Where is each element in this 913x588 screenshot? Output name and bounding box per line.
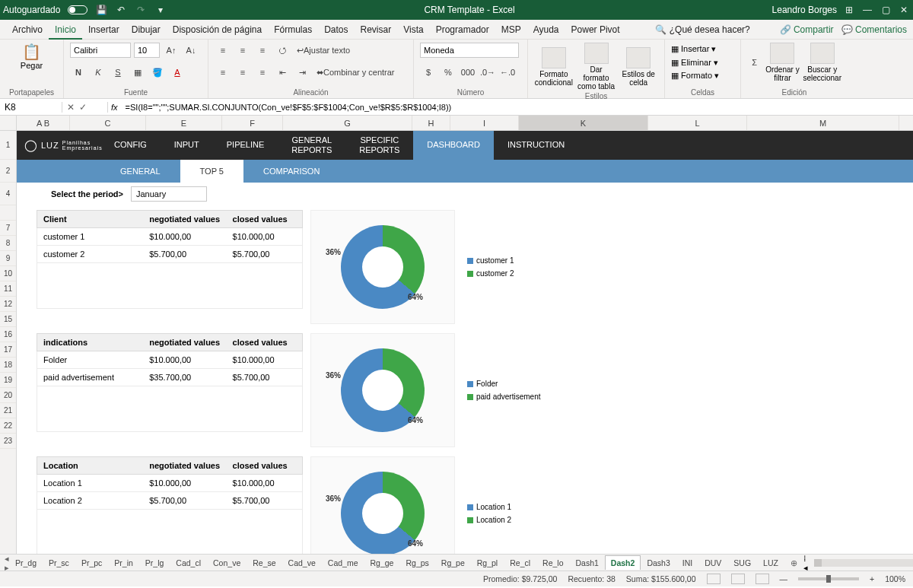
customize-qat-icon[interactable]: ▾ bbox=[154, 4, 167, 16]
ribbon-display-icon[interactable]: ⊞ bbox=[843, 4, 855, 16]
menu-tab-ayuda[interactable]: Ayuda bbox=[527, 21, 565, 38]
column-header[interactable]: C bbox=[70, 116, 146, 130]
sheet-tab-cad_me[interactable]: Cad_me bbox=[322, 555, 364, 570]
menu-tab-datos[interactable]: Datos bbox=[318, 21, 354, 38]
menu-tab-vista[interactable]: Vista bbox=[397, 21, 429, 38]
dash-nav-instruction[interactable]: INSTRUCTION bbox=[494, 131, 578, 160]
tell-me-search[interactable]: 🔍 ¿Qué desea hacer? bbox=[655, 24, 749, 35]
sheet-tab-pr_sc[interactable]: Pr_sc bbox=[43, 555, 75, 570]
orientation-icon[interactable]: ⭯ bbox=[274, 43, 291, 58]
sort-filter-button[interactable]: Ordenar y filtrar bbox=[765, 43, 800, 82]
row-header[interactable]: 15 bbox=[0, 312, 16, 327]
column-header[interactable]: L bbox=[648, 116, 747, 130]
column-header[interactable]: M bbox=[747, 116, 899, 130]
find-select-button[interactable]: Buscar y seleccionar bbox=[803, 43, 841, 82]
menu-tab-disposición-de-página[interactable]: Disposición de página bbox=[167, 21, 268, 38]
decrease-indent-icon[interactable]: ⇤ bbox=[274, 65, 291, 80]
sheet-tab-pr_in[interactable]: Pr_in bbox=[108, 555, 139, 570]
row-header[interactable]: 9 bbox=[0, 251, 16, 266]
menu-tab-dibujar[interactable]: Dibujar bbox=[126, 21, 167, 38]
row-header[interactable]: 21 bbox=[0, 403, 16, 418]
font-color-button[interactable]: A bbox=[169, 65, 186, 80]
zoom-slider[interactable] bbox=[798, 577, 859, 580]
new-sheet-button[interactable]: ⊕ bbox=[784, 558, 803, 567]
font-name-select[interactable] bbox=[70, 43, 131, 58]
row-header[interactable]: 11 bbox=[0, 281, 16, 297]
row-header[interactable]: 7 bbox=[0, 221, 16, 236]
percent-icon[interactable]: % bbox=[440, 65, 456, 80]
tab-scroll-left-icon[interactable]: ⁞ ◂ bbox=[803, 554, 813, 572]
row-header[interactable]: 2 bbox=[0, 160, 16, 183]
menu-tab-programador[interactable]: Programador bbox=[430, 21, 495, 38]
font-size-select[interactable] bbox=[134, 43, 160, 58]
row-header[interactable]: 23 bbox=[0, 434, 16, 449]
sheet-tab-pr_dg[interactable]: Pr_dg bbox=[9, 555, 43, 570]
page-layout-view-icon[interactable] bbox=[731, 574, 745, 584]
dash-nav-specific-reports[interactable]: SPECIFICREPORTS bbox=[345, 131, 413, 160]
undo-icon[interactable]: ↶ bbox=[115, 4, 127, 16]
subnav-comparison[interactable]: COMPARISON bbox=[243, 160, 339, 183]
sheet-tab-pr_pc[interactable]: Pr_pc bbox=[75, 555, 108, 570]
zoom-out-icon[interactable]: — bbox=[780, 574, 788, 583]
align-top-icon[interactable]: ≡ bbox=[215, 43, 231, 58]
number-format-select[interactable] bbox=[420, 43, 519, 58]
decrease-font-icon[interactable]: A↓ bbox=[183, 43, 199, 58]
row-header[interactable]: 22 bbox=[0, 418, 16, 434]
sheet-tab-rg_ps[interactable]: Rg_ps bbox=[399, 555, 434, 570]
conditional-format-button[interactable]: Formato condicional bbox=[534, 47, 574, 87]
format-as-table-button[interactable]: Dar formato como tabla bbox=[577, 43, 616, 91]
menu-tab-fórmulas[interactable]: Fórmulas bbox=[268, 21, 318, 38]
sheet-tab-re_cl[interactable]: Re_cl bbox=[504, 555, 536, 570]
row-header[interactable]: 17 bbox=[0, 342, 16, 358]
autosum-icon[interactable]: Σ bbox=[747, 55, 762, 70]
subnav-top-5[interactable]: TOP 5 bbox=[180, 160, 243, 183]
paste-button[interactable]: Pegar bbox=[6, 61, 57, 70]
sheet-tab-re_lo[interactable]: Re_lo bbox=[536, 555, 569, 570]
sheet-tab-sug[interactable]: SUG bbox=[727, 555, 757, 570]
row-header[interactable]: 16 bbox=[0, 327, 16, 342]
row-header[interactable]: 1 bbox=[0, 131, 16, 160]
increase-font-icon[interactable]: A↑ bbox=[163, 43, 180, 58]
save-icon[interactable]: 💾 bbox=[95, 4, 107, 16]
italic-button[interactable]: K bbox=[90, 65, 107, 80]
comma-icon[interactable]: 000 bbox=[460, 65, 476, 80]
merge-center-button[interactable]: ⬌ Combinar y centrar bbox=[313, 65, 398, 80]
sheet-tab-dash1[interactable]: Dash1 bbox=[570, 555, 605, 570]
increase-decimal-icon[interactable]: .0→ bbox=[479, 65, 496, 80]
wrap-text-button[interactable]: ↩ Ajustar texto bbox=[294, 43, 353, 58]
align-bottom-icon[interactable]: ≡ bbox=[254, 43, 271, 58]
row-header[interactable]: 18 bbox=[0, 358, 16, 373]
align-right-icon[interactable]: ≡ bbox=[254, 65, 271, 80]
accept-formula-icon[interactable]: ✓ bbox=[79, 102, 87, 113]
minimize-icon[interactable]: — bbox=[861, 4, 873, 16]
sheet-tab-dash3[interactable]: Dash3 bbox=[641, 555, 676, 570]
sheet-tab-rg_ge[interactable]: Rg_ge bbox=[364, 555, 400, 570]
column-header[interactable]: H bbox=[412, 116, 450, 130]
sheet-tab-luz[interactable]: LUZ bbox=[757, 555, 784, 570]
formula-input[interactable]: =SI(I8="";"";SUMAR.SI.CONJUNTO(Con_ve!$F… bbox=[121, 103, 913, 112]
column-header[interactable]: K bbox=[519, 116, 648, 130]
name-box[interactable]: K8 bbox=[0, 102, 62, 113]
dash-nav-general-reports[interactable]: GENERALREPORTS bbox=[278, 131, 345, 160]
menu-tab-revisar[interactable]: Revisar bbox=[355, 21, 398, 38]
sheet-tab-cad_cl[interactable]: Cad_cl bbox=[170, 555, 207, 570]
sheet-tab-dash2[interactable]: Dash2 bbox=[605, 555, 641, 570]
share-button[interactable]: 🔗 Compartir bbox=[780, 24, 834, 35]
maximize-icon[interactable]: ▢ bbox=[880, 4, 892, 16]
sheet-tab-re_se[interactable]: Re_se bbox=[247, 555, 282, 570]
row-header[interactable]: 10 bbox=[0, 266, 16, 281]
column-header[interactable]: F bbox=[222, 116, 283, 130]
dash-nav-pipeline[interactable]: PIPELINE bbox=[213, 131, 278, 160]
user-name[interactable]: Leandro Borges bbox=[772, 5, 837, 15]
normal-view-icon[interactable] bbox=[707, 574, 721, 584]
row-header[interactable] bbox=[0, 205, 16, 221]
increase-indent-icon[interactable]: ⇥ bbox=[294, 65, 310, 80]
dash-nav-dashboard[interactable]: DASHBOARD bbox=[413, 131, 494, 160]
bold-button[interactable]: N bbox=[70, 65, 87, 80]
align-left-icon[interactable]: ≡ bbox=[215, 65, 231, 80]
horizontal-scrollbar[interactable] bbox=[814, 559, 913, 567]
menu-tab-insertar[interactable]: Insertar bbox=[82, 21, 126, 38]
row-header[interactable]: 8 bbox=[0, 236, 16, 251]
sheet-tab-pr_lg[interactable]: Pr_lg bbox=[139, 555, 170, 570]
cancel-formula-icon[interactable]: ✕ bbox=[67, 102, 75, 113]
